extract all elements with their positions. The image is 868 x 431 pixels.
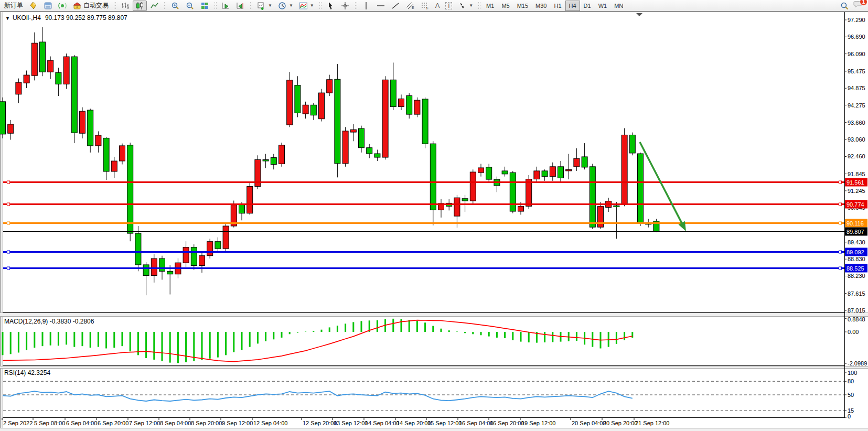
fibonacci-button[interactable]: F xyxy=(418,1,432,11)
time-tick-label: 7 Sep 12:00 xyxy=(129,420,160,426)
timeframe-mn[interactable]: MN xyxy=(610,1,627,11)
line-anchor[interactable] xyxy=(839,251,842,253)
candle xyxy=(223,223,229,252)
new-order-button[interactable]: 新订单 xyxy=(2,1,26,11)
candle xyxy=(0,98,6,138)
macd-bar xyxy=(337,326,338,332)
line-anchor[interactable] xyxy=(839,203,842,206)
macd-bar xyxy=(249,332,251,347)
line-anchor[interactable] xyxy=(7,181,10,184)
macd-bar xyxy=(209,332,211,359)
zoom-out-button[interactable] xyxy=(183,1,197,11)
macd-bar xyxy=(496,332,498,338)
data-window-button[interactable] xyxy=(41,1,55,11)
macd-bar xyxy=(105,332,107,348)
timeframe-w1[interactable]: W1 xyxy=(595,1,611,11)
strategy-tester-button[interactable] xyxy=(56,1,70,11)
line-anchor[interactable] xyxy=(7,222,10,224)
auto-trading-label: 自动交易 xyxy=(83,1,109,10)
clock-icon xyxy=(278,2,287,10)
signal-icon xyxy=(58,2,67,10)
collapse-caret-icon[interactable]: ▼ xyxy=(5,16,10,21)
macd-bar xyxy=(409,320,410,332)
vertical-line-button[interactable] xyxy=(359,1,373,11)
arrows-tool-icon xyxy=(458,2,467,10)
macd-bar xyxy=(305,331,306,332)
periods-button[interactable]: ▼ xyxy=(275,1,296,11)
candle xyxy=(71,55,77,143)
line-anchor[interactable] xyxy=(7,203,10,206)
macd-bar xyxy=(10,332,12,354)
line-anchor[interactable] xyxy=(839,181,842,184)
line-chart-button[interactable] xyxy=(147,1,162,11)
auto-scroll-button[interactable] xyxy=(219,1,233,11)
text-label-tool-button[interactable]: T xyxy=(443,1,455,11)
svg-text:F: F xyxy=(426,6,428,10)
price-tick-label: 91.845 xyxy=(848,171,865,177)
macd-indicator-label: MACD(12,26,9) -0.3830 -0.2806 xyxy=(4,318,94,325)
macd-bar xyxy=(273,332,274,339)
cursor-button[interactable] xyxy=(324,1,338,11)
timeframe-m5[interactable]: M5 xyxy=(498,1,513,11)
crosshair-icon xyxy=(341,2,350,10)
macd-bar xyxy=(352,322,354,332)
price-tag-label: 91.561 xyxy=(846,179,864,186)
time-tick-label: 6 Sep 20:00 xyxy=(98,420,128,426)
chart-shift-button[interactable] xyxy=(233,1,248,11)
timeframe-m1[interactable]: M1 xyxy=(483,1,498,11)
market-watch-button[interactable] xyxy=(26,1,40,11)
macd-bar xyxy=(73,332,75,347)
time-tick-label: 14 Sep 04:00 xyxy=(365,420,399,426)
candlestick-chart-icon xyxy=(135,2,144,10)
zoom-in-icon xyxy=(171,2,180,10)
time-tick-label: 16 Sep 20:00 xyxy=(490,420,524,426)
timeframe-h1[interactable]: H1 xyxy=(550,1,565,11)
macd-bar xyxy=(177,332,179,363)
auto-scroll-icon xyxy=(221,2,230,10)
zoom-in-button[interactable] xyxy=(168,1,183,11)
new-chart-button[interactable]: ▼ xyxy=(254,1,275,11)
notifications-button[interactable]: 1 xyxy=(853,0,863,11)
time-tick-label: 12 Sep 20:00 xyxy=(303,420,337,426)
candlestick-chart-button[interactable] xyxy=(133,1,147,11)
macd-bar xyxy=(313,331,314,332)
macd-bar xyxy=(416,321,418,332)
time-tick-label: 12 Sep 04:00 xyxy=(253,420,287,426)
timeframe-bar: M1M5M15M30H1H4D1W1MN xyxy=(483,1,627,11)
line-anchor[interactable] xyxy=(839,222,842,224)
timeframe-m15[interactable]: M15 xyxy=(513,1,532,11)
macd-bar xyxy=(217,332,219,358)
horizontal-line-button[interactable] xyxy=(374,1,388,11)
timeframe-m30[interactable]: M30 xyxy=(532,1,550,11)
zoom-out-icon xyxy=(186,2,195,10)
candle xyxy=(382,76,388,159)
macd-bar xyxy=(361,321,362,332)
market-watch-icon xyxy=(29,2,38,10)
candle xyxy=(590,164,595,229)
timeframe-h4[interactable]: H4 xyxy=(565,1,580,11)
price-tag-label: 89.092 xyxy=(846,249,864,255)
macd-bar xyxy=(576,332,577,341)
time-tick-label: 15 Sep 12:00 xyxy=(427,420,462,426)
macd-bar xyxy=(185,332,187,362)
macd-tick-label: 0.8848 xyxy=(848,316,865,322)
candle xyxy=(422,98,428,148)
line-anchor[interactable] xyxy=(7,267,10,270)
arrows-tool-button[interactable]: ▼ xyxy=(455,1,476,11)
bar-chart-button[interactable] xyxy=(118,1,132,11)
line-anchor[interactable] xyxy=(839,267,842,270)
trendline-icon xyxy=(391,2,400,10)
trendline-button[interactable] xyxy=(389,1,403,11)
timeframe-d1[interactable]: D1 xyxy=(580,1,595,11)
tile-windows-button[interactable] xyxy=(198,1,212,11)
crosshair-button[interactable] xyxy=(338,1,352,11)
line-anchor[interactable] xyxy=(7,251,10,253)
price-tick-label: 96.690 xyxy=(848,34,865,40)
search-icon[interactable] xyxy=(840,2,849,10)
text-tool-button[interactable]: A xyxy=(433,1,443,11)
price-tick-label: 94.875 xyxy=(848,85,865,91)
auto-trading-button[interactable]: 自动交易 xyxy=(70,1,111,11)
equidistant-channel-button[interactable]: E xyxy=(403,1,417,11)
mt4-window: 97.29096.69096.09095.47594.87594.27593.6… xyxy=(0,0,868,431)
indicators-button[interactable]: ▼ xyxy=(296,1,317,11)
